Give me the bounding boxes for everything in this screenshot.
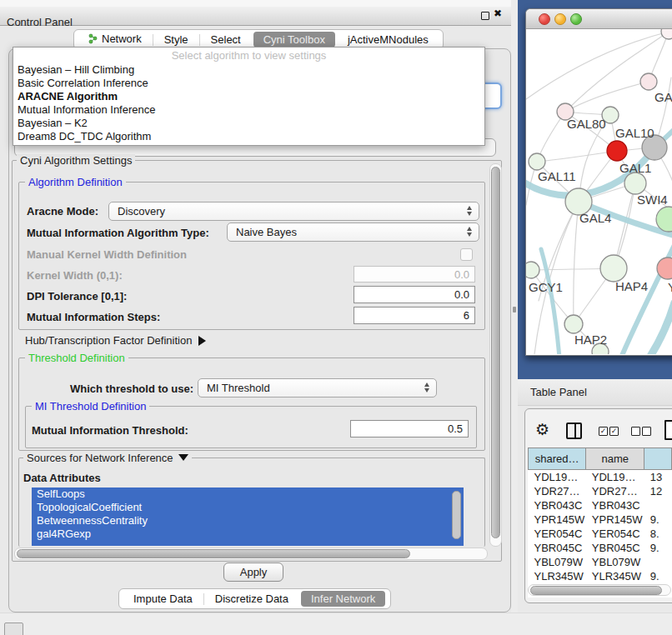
table-cell: YBL079W — [529, 555, 586, 569]
network-node-label: GAL80 — [567, 117, 606, 131]
table-horizontal-scrollbar[interactable] — [528, 584, 671, 596]
table-row[interactable]: YBL079WYBL079W — [529, 555, 672, 569]
algorithm-option[interactable]: Basic Correlation Inference — [13, 77, 484, 90]
attribute-item[interactable]: SelfLoops — [32, 488, 464, 501]
minimized-panel-icon[interactable] — [4, 622, 23, 635]
table-row[interactable]: YDL19…YDL19…13 — [529, 470, 672, 485]
table-header-row: shared… name — [529, 448, 672, 470]
table-cell: YER054C — [529, 527, 586, 541]
document-icon[interactable] — [664, 420, 672, 440]
network-node-label: GAL4 — [579, 211, 611, 225]
network-window-titlebar[interactable] — [526, 9, 672, 29]
checked-checkbox-icon[interactable]: ✓ — [599, 427, 608, 436]
algorithm-option[interactable]: Mutual Information Inference — [13, 103, 484, 117]
control-panel-titlebar: Control Panel — [0, 7, 511, 26]
zoom-traffic-light[interactable] — [570, 13, 582, 25]
columns-icon[interactable] — [566, 422, 582, 439]
table-row[interactable]: YDR27…YDR27…12 — [529, 484, 672, 498]
threshold-definition-title: Threshold Definition — [25, 352, 128, 364]
float-window-icon[interactable] — [481, 12, 489, 20]
kernel-width-label: Kernel Width (0,1): — [27, 269, 123, 282]
network-node[interactable] — [526, 262, 539, 278]
table-cell: 9. — [644, 512, 672, 527]
tab-select[interactable]: Select — [200, 33, 252, 46]
apply-button[interactable]: Apply — [223, 562, 283, 582]
table-cell: YPR145W — [529, 512, 586, 527]
attribute-item[interactable]: BetweennessCentrality — [32, 514, 464, 528]
tab-style[interactable]: Style — [153, 33, 199, 46]
table-cell: YLR345W — [586, 569, 644, 583]
table-row[interactable]: YBR045CYBR045C9. — [529, 541, 672, 555]
network-node[interactable] — [600, 255, 627, 282]
mi-threshold-field[interactable]: 0.5 — [350, 420, 469, 438]
algorithm-definition-title: Algorithm Definition — [25, 176, 126, 188]
network-node[interactable] — [564, 315, 583, 333]
tab-discretize-data[interactable]: Discretize Data — [204, 592, 299, 605]
column-header[interactable]: name — [586, 448, 644, 470]
bottom-strip — [0, 612, 672, 635]
table-row[interactable]: YER054CYER054C8. — [529, 527, 672, 541]
mi-steps-field[interactable]: 6 — [354, 307, 475, 324]
table-cell: YBR043C — [529, 498, 586, 512]
data-attributes-list[interactable]: SelfLoops TopologicalCoefficient Between… — [32, 488, 464, 546]
network-node-label: GAL — [654, 90, 672, 104]
unchecked-checkbox-icon[interactable] — [631, 427, 640, 436]
mi-type-select[interactable]: Naive Bayes — [227, 222, 479, 242]
network-node[interactable] — [624, 172, 646, 194]
algorithm-option[interactable]: Dream8 DC_TDC Algorithm — [13, 130, 484, 143]
network-node[interactable] — [607, 141, 627, 161]
gear-icon[interactable]: ⚙ — [535, 420, 549, 438]
unchecked-checkbox-icon[interactable] — [642, 427, 651, 436]
hub-definition-toggle[interactable]: Hub/Transcription Factor Definition — [25, 334, 206, 347]
minimize-traffic-light[interactable] — [554, 13, 566, 25]
table-cell: 8. — [644, 527, 672, 541]
mi-steps-label: Mutual Information Steps: — [27, 311, 160, 323]
tab-network[interactable]: Network — [78, 32, 153, 47]
tab-infer-network[interactable]: Infer Network — [301, 591, 385, 607]
column-header[interactable]: shared… — [529, 448, 586, 470]
close-icon[interactable]: ✖ — [494, 8, 502, 19]
algorithm-option[interactable]: Bayesian – K2 — [13, 117, 484, 130]
settings-horizontal-scrollbar[interactable] — [14, 548, 488, 560]
sources-toggle[interactable]: Sources for Network Inference — [23, 452, 192, 464]
table-cell: YPR145W — [586, 512, 644, 527]
splitter-handle[interactable] — [513, 307, 516, 312]
aracne-mode-select[interactable]: Discovery — [108, 202, 479, 221]
network-canvas[interactable]: GALGAL80GAL10GAL11GAL1SWI4GAL4GCY1HAP4YH… — [526, 29, 672, 354]
kernel-width-field[interactable]: 0.0 — [354, 266, 475, 282]
algorithm-option[interactable]: Bayesian – Hill Climbing — [13, 63, 484, 77]
attribute-list-scrollbar[interactable] — [452, 491, 461, 539]
algorithm-option-selected[interactable]: ARACNE Algorithm — [13, 90, 484, 103]
which-threshold-select[interactable]: MI Threshold — [198, 378, 437, 398]
network-node-label: SWI4 — [637, 192, 668, 207]
cyni-settings-title: Cyni Algorithm Settings — [17, 154, 135, 167]
network-node[interactable] — [529, 153, 545, 170]
network-node[interactable] — [640, 73, 657, 90]
attribute-item[interactable]: TopologicalCoefficient — [32, 501, 464, 514]
table-cell: YDL19… — [529, 470, 586, 485]
close-traffic-light[interactable] — [539, 13, 550, 25]
tab-jactivemnodules[interactable]: jActiveMNodules — [337, 33, 439, 46]
which-threshold-label: Which threshold to use: — [70, 382, 193, 395]
table-row[interactable]: YLR345WYLR345W9. — [529, 569, 672, 583]
network-node[interactable] — [661, 29, 672, 39]
network-node-label: GCY1 — [529, 280, 563, 294]
data-attributes-label: Data Attributes — [23, 472, 101, 484]
settings-vertical-scrollbar[interactable] — [489, 163, 502, 547]
network-node-label: HAP2 — [574, 332, 607, 347]
network-edge — [649, 302, 672, 354]
dpi-tolerance-field[interactable]: 0.0 — [354, 286, 475, 303]
manual-kernel-checkbox[interactable] — [460, 248, 473, 261]
table-row[interactable]: YPR145WYPR145W9. — [529, 512, 672, 527]
table-cell: YDR27… — [529, 484, 586, 498]
table-cell: YBR045C — [529, 541, 586, 555]
combo-arrows-icon — [424, 382, 429, 392]
tab-impute-data[interactable]: Impute Data — [123, 592, 203, 605]
tab-cyni-toolbox[interactable]: Cyni Toolbox — [253, 32, 335, 48]
network-window[interactable]: GALGAL80GAL10GAL11GAL1SWI4GAL4GCY1HAP4YH… — [525, 8, 672, 356]
checked-checkbox-icon[interactable]: ✓ — [609, 427, 619, 436]
attribute-item[interactable]: gal4RGexp — [32, 528, 464, 541]
table-cell: YLR345W — [529, 569, 586, 583]
column-header[interactable] — [644, 448, 672, 470]
table-row[interactable]: YBR043CYBR043C — [529, 498, 672, 512]
